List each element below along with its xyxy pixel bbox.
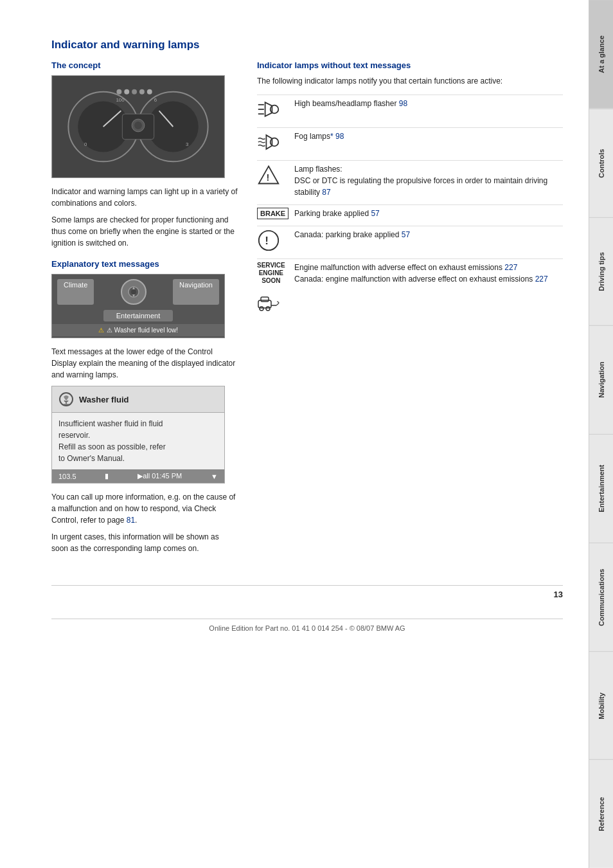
indicator-high-beam: High beams/headlamp flasher 98 xyxy=(257,98,563,121)
dsc-icon-container: ! xyxy=(257,163,288,186)
sidebar-tab-navigation[interactable]: Navigation xyxy=(589,325,613,434)
indicator-service-engine: SERVICEENGINESOON xyxy=(257,262,563,314)
canada-exhaust-icon xyxy=(257,291,280,314)
dsc-text-content: Lamp flashes:DSC or DTC is regulating th… xyxy=(294,165,547,197)
indicator-intro: The following indicator lamps notify you… xyxy=(257,75,563,87)
dsc-text: Lamp flashes:DSC or DTC is regulating th… xyxy=(294,163,563,198)
svg-text:6: 6 xyxy=(154,97,157,103)
svg-text:0: 0 xyxy=(84,141,87,147)
washer-fluid-box: Washer fluid Insufficient washer fluid i… xyxy=(51,386,225,484)
section-title: Indicator and warning lamps xyxy=(51,39,563,51)
high-beam-icon xyxy=(257,98,280,121)
washer-scroll-indicator: ▼ xyxy=(211,473,218,480)
explanatory-body1: Text messages at the lower edge of the C… xyxy=(51,346,238,381)
svg-text:3: 3 xyxy=(186,141,189,147)
svg-point-9 xyxy=(124,89,129,95)
ref-57-brake[interactable]: 57 xyxy=(371,209,379,218)
high-beam-icon-container xyxy=(257,98,288,121)
svg-point-8 xyxy=(116,89,121,95)
display-center-knob xyxy=(121,279,147,305)
sidebar-tab-driving-tips[interactable]: Driving tips xyxy=(589,217,613,326)
indicator-fog-lamp: Fog lamps* 98 xyxy=(257,131,563,154)
sidebar-tab-entertainment[interactable]: Entertainment xyxy=(589,434,613,543)
svg-text:100: 100 xyxy=(116,97,125,103)
washer-footer-number: 103.5 xyxy=(58,473,76,480)
page-footer: Online Edition for Part no. 01 41 0 014 … xyxy=(51,619,563,632)
brake-label: BRAKE xyxy=(257,208,289,219)
right-section-title: Indicator lamps without text messages xyxy=(257,60,563,70)
service-engine-label-container: SERVICEENGINESOON xyxy=(257,262,288,285)
svg-point-37 xyxy=(260,307,263,311)
ref-57-canada[interactable]: 57 xyxy=(402,230,410,239)
svg-text:!: ! xyxy=(266,172,269,183)
page-number: 13 xyxy=(51,590,563,599)
climate-tab: Climate xyxy=(57,279,94,305)
concept-body2: Some lamps are checked for proper functi… xyxy=(51,214,238,249)
body-call-content: You can call up more information, e.g. o… xyxy=(51,493,235,525)
dashboard-image: 0 100 6 3 xyxy=(51,75,225,178)
body-urgent: In urgent cases, this information will b… xyxy=(51,531,238,554)
svg-point-12 xyxy=(147,89,152,95)
indicator-parking-brake: BRAKE Parking brake applied 57 xyxy=(257,208,563,219)
warning-text: ⚠ Washer fluid level low! xyxy=(107,327,178,334)
washer-line3: Refill as soon as possible, refer xyxy=(58,442,166,451)
control-display-image: Climate Navigation xyxy=(51,274,225,338)
canada-engine-text: Canada: engine malfunction with adverse … xyxy=(294,275,533,284)
washer-footer-signal: ▮ xyxy=(105,472,109,480)
sidebar-tab-at-a-glance[interactable]: At a glance xyxy=(589,0,613,109)
service-engine-text: Engine malfunction with adverse effect o… xyxy=(294,262,548,285)
warning-banner: ⚠ ⚠ Washer fluid level low! xyxy=(52,324,224,336)
separator2 xyxy=(257,127,563,128)
svg-point-38 xyxy=(266,307,270,311)
fog-lamp-icon xyxy=(257,131,280,154)
svg-point-20 xyxy=(131,289,136,294)
separator3 xyxy=(257,160,563,161)
washer-fluid-body: Insufficient washer fluid in fluid reser… xyxy=(52,413,224,469)
explanatory-subtitle: Explanatory text messages xyxy=(51,259,238,269)
high-beam-text: High beams/headlamp flasher 98 xyxy=(294,98,407,109)
indicator-dsc: ! Lamp flashes:DSC or DTC is regulating … xyxy=(257,163,563,198)
fog-asterisk: * xyxy=(330,132,333,141)
fog-lamp-icon-container xyxy=(257,131,288,154)
canada-parking-icon-container: ! xyxy=(257,229,288,252)
svg-point-18 xyxy=(134,122,142,129)
washer-fluid-header: Washer fluid xyxy=(52,386,224,413)
navigation-tab: Navigation xyxy=(173,279,219,305)
svg-point-10 xyxy=(132,89,137,95)
svg-rect-36 xyxy=(261,297,269,302)
washer-line2: reservoir. xyxy=(58,431,90,440)
washer-icon xyxy=(58,392,74,407)
separator4 xyxy=(257,204,563,205)
sidebar-tab-reference[interactable]: Reference xyxy=(589,759,613,868)
parking-brake-text: Parking brake applied 57 xyxy=(294,208,380,219)
sidebar-tab-controls[interactable]: Controls xyxy=(589,109,613,217)
concept-body1: Indicator and warning lamps can light up… xyxy=(51,186,238,209)
washer-fluid-footer: 103.5 ▮ ▶all 01:45 PM ▼ xyxy=(52,469,224,483)
svg-point-11 xyxy=(139,89,145,95)
indicator-canada-parking: ! Canada: parking brake applied 57 xyxy=(257,229,563,252)
separator5 xyxy=(257,226,563,226)
entertainment-tab: Entertainment xyxy=(103,310,173,321)
separator6 xyxy=(257,258,563,259)
sidebar-tab-mobility[interactable]: Mobility xyxy=(589,651,613,760)
ref-98-fog[interactable]: 98 xyxy=(335,132,344,141)
canada-exhaust-icon-container xyxy=(257,291,288,314)
page-ref-81[interactable]: 81 xyxy=(127,516,135,525)
body-call-text: You can call up more information, e.g. o… xyxy=(51,491,238,526)
ref-227-service[interactable]: 227 xyxy=(504,263,517,272)
washer-line1: Insufficient washer fluid in fluid xyxy=(58,419,163,428)
washer-line4: to Owner's Manual. xyxy=(58,454,125,463)
ref-98-highbeam[interactable]: 98 xyxy=(399,99,407,108)
washer-footer-time: ▶all 01:45 PM xyxy=(138,472,182,480)
canada-parking-icon: ! xyxy=(257,229,280,252)
ref-227-canada[interactable]: 227 xyxy=(535,275,548,284)
washer-fluid-title: Washer fluid xyxy=(79,395,129,404)
concept-subtitle: The concept xyxy=(51,60,238,70)
service-engine-label: SERVICEENGINESOON xyxy=(257,262,285,285)
brake-label-container: BRAKE xyxy=(257,208,288,219)
sidebar-tab-communications[interactable]: Communications xyxy=(589,543,613,651)
separator1 xyxy=(257,95,563,95)
ref-87[interactable]: 87 xyxy=(322,188,330,197)
canada-parking-text: Canada: parking brake applied 57 xyxy=(294,229,410,240)
sidebar: At a glance Controls Driving tips Naviga… xyxy=(589,0,613,868)
